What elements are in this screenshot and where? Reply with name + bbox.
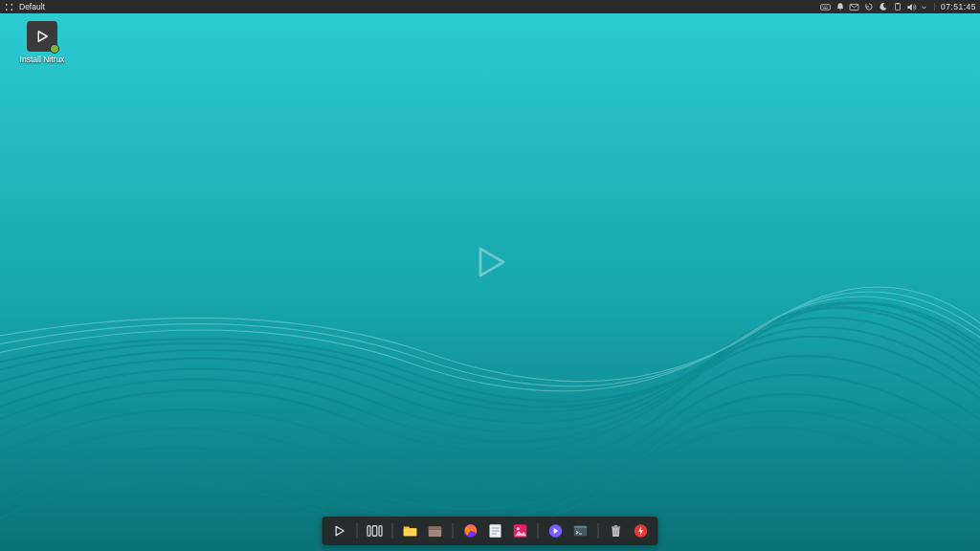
svg-rect-16 bbox=[404, 529, 417, 537]
install-icon-box bbox=[27, 21, 57, 52]
dock-separator bbox=[357, 523, 358, 539]
svg-rect-28 bbox=[574, 526, 588, 528]
dock bbox=[323, 517, 658, 545]
keyboard-icon[interactable] bbox=[820, 1, 832, 12]
activities-icon[interactable] bbox=[4, 2, 13, 11]
svg-rect-15 bbox=[379, 526, 382, 537]
dock-image-viewer[interactable] bbox=[511, 521, 530, 540]
dock-firefox[interactable] bbox=[461, 521, 480, 540]
svg-rect-13 bbox=[368, 526, 370, 537]
install-badge-icon bbox=[50, 44, 59, 54]
clock[interactable]: 07:51:45 bbox=[941, 2, 976, 11]
svg-point-4 bbox=[11, 9, 12, 11]
install-nitrux-icon[interactable]: Install Nitrux bbox=[13, 21, 71, 64]
updates-icon[interactable] bbox=[863, 1, 875, 12]
install-icon-label: Install Nitrux bbox=[13, 55, 71, 64]
wallpaper-logo bbox=[467, 239, 513, 289]
dock-trash[interactable] bbox=[607, 521, 626, 540]
notifications-icon[interactable] bbox=[835, 1, 846, 12]
dock-separator bbox=[538, 523, 539, 539]
dock-app-launcher[interactable] bbox=[330, 521, 349, 540]
dock-media-player[interactable] bbox=[546, 521, 566, 540]
clipboard-icon[interactable] bbox=[892, 1, 903, 12]
svg-point-3 bbox=[5, 9, 7, 11]
tray-separator bbox=[934, 3, 935, 11]
dock-file-manager[interactable] bbox=[401, 521, 420, 540]
svg-rect-11 bbox=[895, 4, 900, 11]
dock-terminal[interactable] bbox=[571, 521, 590, 540]
dock-separator bbox=[598, 523, 599, 539]
dock-software-center[interactable] bbox=[426, 521, 445, 540]
dock-power[interactable] bbox=[632, 521, 651, 540]
svg-rect-31 bbox=[614, 525, 617, 527]
dock-task-switcher[interactable] bbox=[366, 521, 385, 540]
svg-rect-18 bbox=[429, 527, 442, 530]
top-panel: Default 07:51:45 bbox=[0, 0, 980, 13]
svg-rect-14 bbox=[372, 526, 377, 537]
dock-separator bbox=[453, 523, 454, 539]
volume-icon[interactable] bbox=[906, 1, 918, 12]
expand-icon[interactable] bbox=[921, 1, 928, 12]
svg-point-25 bbox=[517, 527, 520, 530]
dock-separator bbox=[392, 523, 393, 539]
night-color-icon[interactable] bbox=[878, 1, 889, 12]
dock-text-editor[interactable] bbox=[486, 521, 505, 540]
svg-rect-5 bbox=[821, 4, 831, 10]
mail-icon[interactable] bbox=[849, 1, 860, 12]
svg-point-1 bbox=[5, 3, 7, 5]
workspace-label[interactable]: Default bbox=[19, 2, 45, 11]
svg-rect-12 bbox=[897, 3, 900, 5]
svg-point-2 bbox=[11, 3, 12, 5]
